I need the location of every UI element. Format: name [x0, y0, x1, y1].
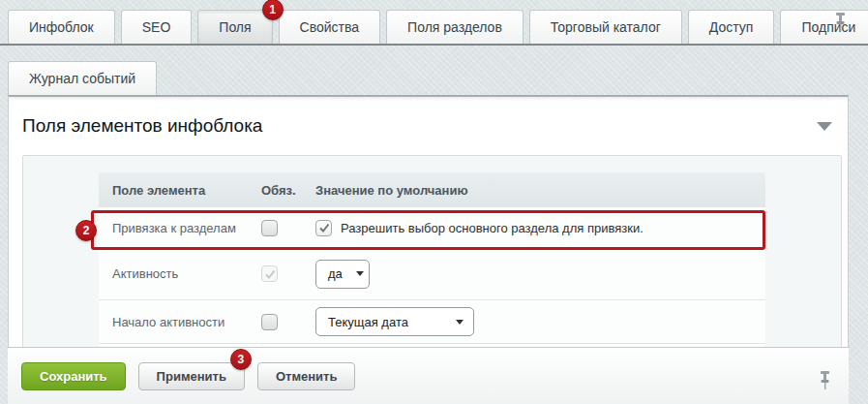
step-badge-1: 1 [262, 0, 284, 20]
content-panel: Поля элементов инфоблока Поле элемента О… [8, 95, 849, 350]
main-tab-bar: Инфоблок SEO Поля 1 Свойства Поля раздел… [0, 0, 868, 46]
secondary-tab-bar: Журнал событий [0, 60, 868, 95]
tab-section-fields[interactable]: Поля разделов [386, 10, 524, 44]
pin-icon[interactable] [819, 371, 831, 389]
table-row-section-binding: 2 Привязка к разделам Разрешить выбор ос… [99, 207, 765, 248]
required-checkbox[interactable] [261, 220, 278, 236]
tab-access[interactable]: Доступ [688, 10, 775, 44]
save-button[interactable]: Сохранить [21, 362, 126, 390]
selected-value: Текущая дата [328, 315, 408, 329]
activity-select[interactable]: да [315, 260, 370, 289]
header-required: Обяз. [257, 183, 312, 198]
tab-trade-catalog[interactable]: Торговый каталог [529, 10, 682, 44]
tab-seo[interactable]: SEO [121, 10, 193, 44]
field-label: Активность [99, 266, 257, 281]
tab-label: Инфоблок [29, 19, 94, 35]
save-button-label: Сохранить [40, 369, 107, 384]
step-badge-2: 2 [75, 220, 97, 241]
chevron-down-icon[interactable] [817, 122, 832, 131]
section-title: Поля элементов инфоблока [22, 115, 817, 137]
allow-main-section-checkbox[interactable] [315, 220, 332, 236]
pin-icon[interactable] [834, 13, 847, 31]
table-header-row: Поле элемента Обяз. Значение по умолчани… [99, 172, 765, 207]
table-row-activity-start: Начало активности Текущая дата [99, 300, 765, 344]
tab-label: Торговый каталог [551, 19, 661, 35]
fields-table: Поле элемента Обяз. Значение по умолчани… [99, 172, 765, 350]
field-label: Привязка к разделам [99, 221, 257, 235]
tab-fields[interactable]: Поля 1 [197, 10, 272, 44]
action-bar: Сохранить Применить 3 Отменить [8, 347, 849, 404]
tab-infoblock[interactable]: Инфоблок [8, 10, 115, 44]
section-header: Поля элементов инфоблока [9, 97, 848, 155]
apply-button[interactable]: Применить 3 [138, 362, 245, 390]
checkbox-label: Разрешить выбор основного раздела для пр… [341, 221, 644, 235]
tab-label: Журнал событий [29, 71, 135, 86]
tab-event-log[interactable]: Журнал событий [8, 61, 157, 95]
fields-form-area: Поле элемента Обяз. Значение по умолчани… [22, 155, 842, 350]
activity-start-select[interactable]: Текущая дата [315, 307, 474, 336]
select-arrow-icon [356, 271, 364, 276]
tab-label: Поля разделов [407, 19, 502, 35]
cancel-button[interactable]: Отменить [257, 362, 356, 390]
header-default-value: Значение по умолчанию [312, 183, 765, 198]
tab-label: Подписи [801, 19, 855, 35]
tab-label: SEO [142, 19, 171, 35]
bitrix-infoblock-settings-screen: Инфоблок SEO Поля 1 Свойства Поля раздел… [0, 0, 868, 404]
tab-properties[interactable]: Свойства [279, 10, 380, 44]
tab-label: Поля [219, 19, 251, 35]
apply-button-label: Применить [157, 369, 226, 384]
selected-value: да [328, 266, 343, 281]
header-field: Поле элемента [99, 183, 257, 198]
tab-label: Свойства [300, 19, 359, 35]
cancel-button-label: Отменить [276, 369, 338, 384]
step-badge-3: 3 [230, 349, 252, 370]
select-arrow-icon [456, 320, 464, 325]
table-row-activity: Активность да [99, 248, 765, 300]
tab-captions[interactable]: Подписи [780, 10, 868, 44]
required-checkbox[interactable] [261, 314, 278, 330]
field-label: Начало активности [99, 315, 257, 329]
required-checkbox-disabled [261, 265, 278, 282]
tab-label: Доступ [709, 19, 754, 35]
